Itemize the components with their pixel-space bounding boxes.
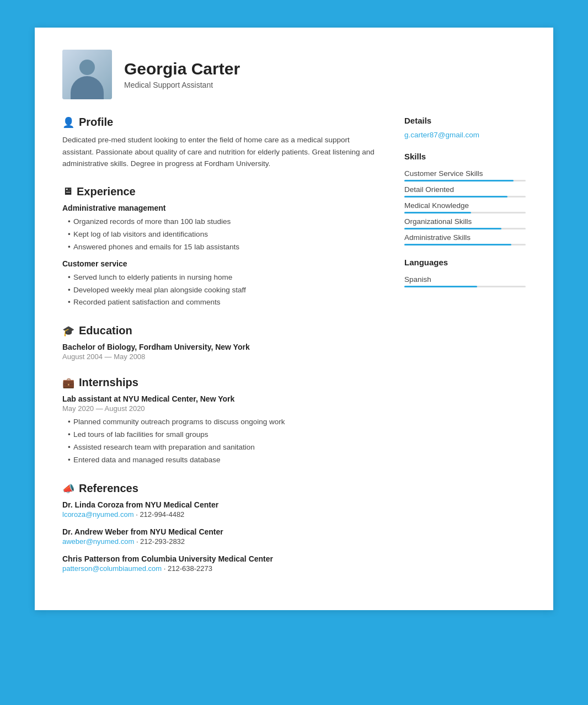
details-section: Details g.carter87@gmail.com [404,116,526,140]
internships-icon: 💼 [62,377,74,389]
candidate-title: Medical Support Assistant [124,81,240,89]
languages-title: Languages [404,258,526,267]
ref-contact-3: patterson@columbiaumed.com · 212-638-227… [62,564,382,573]
references-icon: 📣 [62,483,74,495]
profile-icon: 👤 [62,116,74,129]
ref-separator-1: · 212-994-4482 [136,510,184,519]
bullet-item: Answered phones and emails for 15 lab as… [68,241,382,254]
skill-detail-oriented: Detail Oriented [404,181,526,197]
skill-name-1: Customer Service Skills [404,165,526,180]
job-bullets-1: Organized records of more than 100 lab s… [62,216,382,254]
references-title: 📣 References [62,482,382,495]
bullet-item: Recorded patient satisfaction and commen… [68,296,382,309]
right-column: Details g.carter87@gmail.com Skills Cust… [404,116,526,588]
bullet-item: Kept log of lab visitors and identificat… [68,228,382,241]
experience-icon: 🖥 [62,186,72,197]
detail-email[interactable]: g.carter87@gmail.com [404,131,479,139]
left-column: 👤 Profile Dedicated pre-med student look… [62,116,382,588]
reference-1: Dr. Linda Coroza from NYU Medical Center… [62,500,382,519]
job-title-1: Administrative management [62,204,382,212]
skill-fill-5 [404,244,511,245]
profile-section: 👤 Profile Dedicated pre-med student look… [62,116,382,170]
ref-name-2: Dr. Andrew Weber from NYU Medical Center [62,527,382,536]
skill-organizational: Organizational Skills [404,213,526,229]
bullet-item: Developed weekly meal plan alongside coo… [68,284,382,297]
ref-email-3[interactable]: patterson@columbiaumed.com [62,564,162,573]
reference-3: Chris Patterson from Columbia University… [62,554,382,573]
bullet-item: Entered data and managed results databas… [68,454,382,467]
lang-track-1 [404,286,526,287]
edu-date: August 2004 — May 2008 [62,352,382,361]
ref-separator-3: · 212-638-2273 [164,564,212,573]
skill-customer-service: Customer Service Skills [404,165,526,181]
edu-degree: Bachelor of Biology, Fordham University,… [62,343,382,351]
language-spanish: Spanish [404,271,526,287]
header-info: Georgia Carter Medical Support Assistant [124,60,240,89]
education-icon: 🎓 [62,325,74,337]
ref-email-2[interactable]: aweber@nyumed.com [62,537,134,546]
ref-email-1[interactable]: lcoroza@nyumed.com [62,510,134,519]
intern-date-1: May 2020 — August 2020 [62,404,382,413]
skill-administrative: Administrative Skills [404,229,526,245]
internship-item-1: Lab assistant at NYU Medical Center, New… [62,394,382,467]
resume-card: Georgia Carter Medical Support Assistant… [35,28,553,610]
ref-separator-2: · 212-293-2832 [136,537,185,546]
education-title: 🎓 Education [62,324,382,337]
experience-job-2: Customer service Served lunch to elderly… [62,259,382,309]
skills-title: Skills [404,152,526,161]
ref-contact-1: lcoroza@nyumed.com · 212-994-4482 [62,510,382,519]
intern-bullets-1: Planned community outreach programs to d… [62,416,382,467]
skill-track-5 [404,244,526,245]
ref-contact-2: aweber@nyumed.com · 212-293-2832 [62,537,382,546]
avatar [62,50,112,99]
job-bullets-2: Served lunch to elderly patients in nurs… [62,271,382,309]
bullet-item: Planned community outreach programs to d… [68,416,382,429]
skill-name-2: Detail Oriented [404,181,526,196]
intern-title-1: Lab assistant at NYU Medical Center, New… [62,394,382,403]
skill-name-3: Medical Knowledge [404,197,526,212]
job-title-2: Customer service [62,259,382,268]
ref-name-3: Chris Patterson from Columbia University… [62,554,382,563]
internships-section: 💼 Internships Lab assistant at NYU Medic… [62,376,382,467]
bullet-item: Organized records of more than 100 lab s… [68,216,382,228]
references-section: 📣 References Dr. Linda Coroza from NYU M… [62,482,382,573]
bullet-item: Served lunch to elderly patients in nurs… [68,271,382,284]
lang-fill-1 [404,286,477,287]
profile-text: Dedicated pre-med student looking to ent… [62,134,382,170]
resume-header: Georgia Carter Medical Support Assistant [62,50,526,99]
reference-2: Dr. Andrew Weber from NYU Medical Center… [62,527,382,546]
skill-name-5: Administrative Skills [404,229,526,244]
experience-title: 🖥 Experience [62,185,382,198]
skill-medical-knowledge: Medical Knowledge [404,197,526,213]
experience-job-1: Administrative management Organized reco… [62,204,382,254]
details-title: Details [404,116,526,125]
bullet-item: Assisted research team with preparation … [68,441,382,454]
education-section: 🎓 Education Bachelor of Biology, Fordham… [62,324,382,361]
ref-name-1: Dr. Linda Coroza from NYU Medical Center [62,500,382,509]
profile-title: 👤 Profile [62,116,382,129]
main-layout: 👤 Profile Dedicated pre-med student look… [62,116,526,588]
experience-section: 🖥 Experience Administrative management O… [62,185,382,309]
bullet-item: Led tours of lab facilities for small gr… [68,429,382,441]
language-name-1: Spanish [404,271,526,286]
languages-section: Languages Spanish [404,258,526,287]
skill-name-4: Organizational Skills [404,213,526,228]
internships-title: 💼 Internships [62,376,382,389]
candidate-name: Georgia Carter [124,60,240,78]
skills-section: Skills Customer Service Skills Detail Or… [404,152,526,245]
